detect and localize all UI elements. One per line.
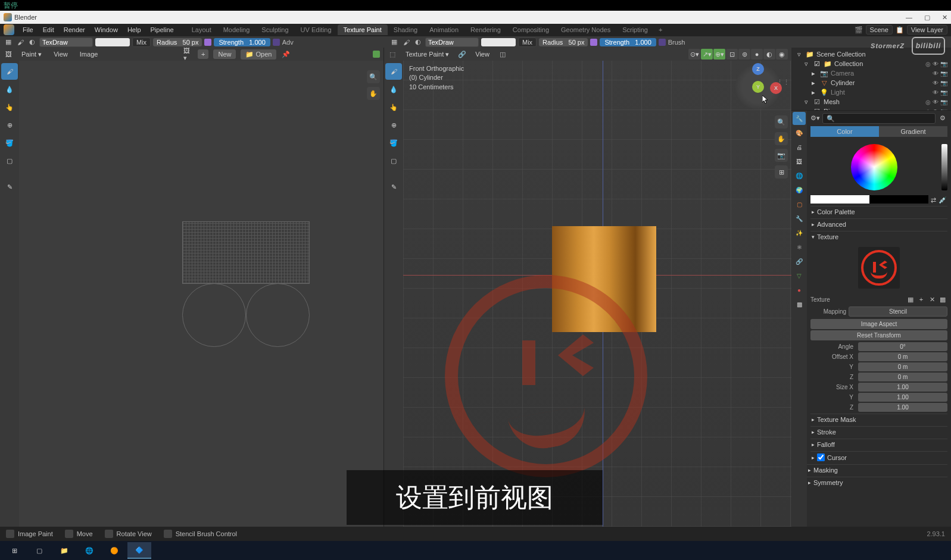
- camera-view-icon[interactable]: ◫: [498, 49, 507, 59]
- radius-field[interactable]: Radius 50 px: [153, 38, 202, 46]
- outliner-collection[interactable]: ▿☑📁Collection ◎ 👁 📷: [795, 59, 947, 68]
- primary-color[interactable]: [810, 195, 869, 204]
- editor-type-icon-r[interactable]: ▦: [389, 37, 399, 47]
- viewport-icon[interactable]: ⬚: [388, 49, 397, 59]
- tool-annotate[interactable]: ✎: [1, 179, 18, 195]
- tab-texture-paint[interactable]: Texture Paint: [338, 24, 388, 35]
- angle-input[interactable]: 0°: [858, 342, 947, 351]
- mapping-dropdown[interactable]: Stencil: [849, 306, 947, 317]
- new-image-plus[interactable]: +: [198, 49, 208, 59]
- ptab-material[interactable]: ●: [793, 283, 806, 296]
- gradient-tab[interactable]: Gradient: [879, 126, 947, 137]
- chrome-icon[interactable]: 🌐: [77, 542, 101, 559]
- texture-show[interactable]: ▩: [938, 295, 947, 304]
- pin-icon[interactable]: 📌: [281, 49, 291, 59]
- color-swatch-r[interactable]: [481, 38, 516, 46]
- outliner-camera[interactable]: ▸📷Camera 👁 📷: [795, 68, 947, 78]
- wireframe-shading[interactable]: ⊚: [738, 49, 750, 60]
- cursor-checkbox[interactable]: [817, 453, 825, 461]
- tab-scripting[interactable]: Scripting: [616, 24, 654, 35]
- tool-mask[interactable]: ▢: [1, 152, 18, 169]
- tool-soften[interactable]: 💧: [1, 81, 18, 98]
- viewport-view-menu[interactable]: View: [472, 49, 493, 59]
- add-workspace[interactable]: +: [654, 24, 667, 35]
- tool-draw[interactable]: 🖌: [1, 63, 18, 80]
- texture-browse[interactable]: ▦: [906, 295, 915, 304]
- swap-colors-icon[interactable]: ⇄: [928, 195, 938, 205]
- vp-tool-annotate[interactable]: ✎: [385, 179, 402, 195]
- app-icon[interactable]: 🟠: [102, 542, 126, 559]
- props-type-icon[interactable]: ⚙▾: [810, 113, 820, 123]
- vp-tool-draw[interactable]: 🖌: [385, 63, 402, 80]
- gizmo-toggle[interactable]: ↗▾: [701, 49, 713, 60]
- blend-dropdown[interactable]: Mix: [132, 37, 151, 47]
- texture-preview[interactable]: [858, 247, 900, 289]
- color-tab[interactable]: Color: [810, 126, 879, 137]
- vp-tool-clone[interactable]: ⊕: [385, 117, 402, 133]
- scene-dropdown[interactable]: Scene: [866, 25, 893, 35]
- pan-icon[interactable]: ✋: [367, 87, 380, 100]
- ptab-texture[interactable]: ▩: [793, 298, 806, 311]
- texture-unlink[interactable]: ✕: [927, 295, 937, 304]
- radius-field-r[interactable]: Radius 50 px: [539, 38, 588, 46]
- overlay-dropdown[interactable]: ⊕▾: [713, 49, 725, 60]
- ptab-world[interactable]: 🌍: [793, 183, 806, 196]
- color-swatch[interactable]: [95, 38, 130, 46]
- props-search[interactable]: [822, 113, 936, 124]
- file-explorer[interactable]: 📁: [52, 542, 76, 559]
- uv-canvas[interactable]: 🔍 ✋: [19, 61, 383, 527]
- image-editor-icon[interactable]: 🖼: [4, 49, 13, 59]
- secondary-color[interactable]: [869, 195, 928, 204]
- zoom-icon[interactable]: 🔍: [367, 70, 380, 83]
- editor-type-icon[interactable]: ▦: [4, 37, 13, 47]
- blend-dropdown-r[interactable]: Mix: [518, 37, 537, 47]
- zoom-icon[interactable]: 🔍: [775, 115, 788, 129]
- task-view[interactable]: ▢: [27, 542, 51, 559]
- scene-icon[interactable]: 🎬: [854, 25, 863, 35]
- size-x-input[interactable]: 1.00: [858, 383, 947, 392]
- outliner-light[interactable]: ▸💡Light 👁 📷: [795, 87, 947, 97]
- reset-transform-button[interactable]: Reset Transform: [810, 330, 947, 340]
- new-image-button[interactable]: New: [213, 49, 236, 59]
- blender-taskbar[interactable]: 🔷: [127, 542, 151, 559]
- menu-help[interactable]: Help: [123, 24, 146, 35]
- rendered-shading[interactable]: ◉: [776, 49, 788, 60]
- image-menu[interactable]: Image: [76, 49, 102, 59]
- menu-window[interactable]: Window: [90, 24, 123, 35]
- texture-new[interactable]: +: [916, 295, 926, 304]
- view-layer-icon[interactable]: 📋: [895, 25, 905, 35]
- ptab-particles[interactable]: ✨: [793, 226, 806, 239]
- eyedropper-icon[interactable]: 💉: [938, 195, 947, 205]
- ptab-output[interactable]: 🖨: [793, 140, 806, 154]
- advanced-panel[interactable]: ▸Advanced: [810, 218, 947, 230]
- strength-field[interactable]: Strength 1.000: [214, 38, 270, 46]
- tab-animation[interactable]: Animation: [423, 24, 464, 35]
- offset-x-input[interactable]: 0 m: [858, 352, 947, 361]
- blender-icon[interactable]: [4, 24, 14, 35]
- radius-pressure-toggle-r[interactable]: [590, 39, 597, 46]
- ptab-object[interactable]: ▢: [793, 198, 806, 211]
- brush-icon[interactable]: ◐: [27, 37, 37, 47]
- tab-uv-editing[interactable]: UV Editing: [295, 24, 338, 35]
- tab-rendering[interactable]: Rendering: [464, 24, 507, 35]
- mode-dropdown[interactable]: Paint ▾: [18, 49, 45, 60]
- ptab-physics[interactable]: ⚛: [793, 240, 806, 254]
- link-icon[interactable]: 🔗: [457, 49, 467, 59]
- ptab-view[interactable]: 🖼: [793, 155, 806, 168]
- size-y-input[interactable]: 1.00: [858, 393, 947, 402]
- brush-name-input[interactable]: [39, 37, 93, 47]
- maximize-button[interactable]: ▢: [924, 14, 930, 21]
- ptab-constraint[interactable]: 🔗: [793, 255, 806, 268]
- symmetry-panel[interactable]: ▸Symmetry: [807, 477, 947, 488]
- ptab-modifier[interactable]: 🔧: [793, 212, 806, 225]
- outliner-rig[interactable]: ▿☑Rig ◎ 👁 📷: [795, 107, 947, 111]
- brush-icon-r[interactable]: ◐: [413, 37, 423, 47]
- size-z-input[interactable]: 1.00: [858, 403, 947, 412]
- vp-tool-fill[interactable]: 🪣: [385, 134, 402, 151]
- brush-draw-icon-r[interactable]: 🖌: [401, 37, 411, 47]
- strength-pressure-toggle-r[interactable]: [659, 39, 666, 46]
- outliner-mesh[interactable]: ▿☑Mesh ◎ 👁 📷: [795, 97, 947, 107]
- perspective-icon[interactable]: ⊞: [775, 165, 788, 179]
- ptab-scene[interactable]: 🌐: [793, 169, 806, 182]
- minimize-button[interactable]: —: [906, 14, 912, 21]
